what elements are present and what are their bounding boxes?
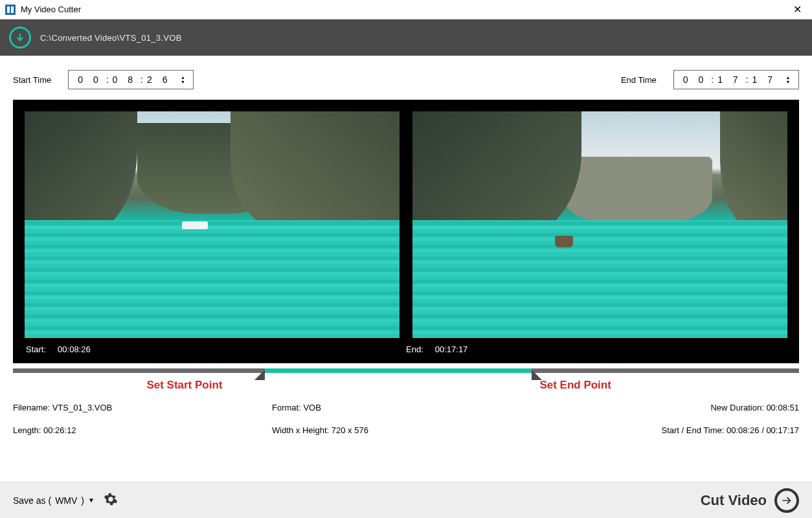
start-handle[interactable] [254, 370, 265, 380]
end-ss: 1 7 [752, 74, 776, 85]
end-time-group: End Time 0 0: 1 7: 1 7 ▲▼ [621, 70, 799, 89]
svg-rect-1 [7, 6, 10, 13]
svg-rect-0 [5, 5, 16, 15]
width-height-info: Width x Height: 720 x 576 [272, 425, 531, 435]
end-mm: 1 7 [717, 74, 741, 85]
timeline-slider[interactable]: Set Start Point Set End Point [13, 367, 799, 385]
format-info: Format: VOB [272, 403, 531, 412]
start-mm: 0 8 [113, 74, 137, 85]
length-info: Length: 00:26:12 [13, 425, 272, 435]
app-icon [5, 5, 16, 15]
start-ss: 2 6 [147, 74, 171, 85]
filename-info: Filename: VTS_01_3.VOB [13, 403, 272, 412]
start-time-label: Start Time [13, 75, 51, 85]
end-preview-value: 00:17:17 [435, 344, 468, 354]
start-time-spinner[interactable]: ▲▼ [180, 75, 189, 84]
settings-button[interactable] [104, 492, 118, 508]
new-duration-info: New Duration: 00:08:51 [531, 403, 799, 412]
close-icon[interactable]: ✕ [788, 3, 807, 16]
cut-video-button[interactable]: Cut Video [701, 488, 799, 513]
window-title: My Video Cutter [21, 5, 788, 14]
start-end-time-info: Start / End Time: 00:08:26 / 00:17:17 [531, 425, 799, 435]
download-icon[interactable] [9, 27, 31, 49]
start-frame-preview [25, 111, 400, 338]
saveas-format: WMV [55, 495, 77, 506]
cut-video-label: Cut Video [701, 492, 767, 509]
time-row: Start Time 0 0: 0 8: 2 6 ▲▼ End Time 0 0… [0, 56, 812, 100]
end-hint: Set End Point [539, 379, 611, 392]
saveas-suffix: ) [81, 495, 84, 506]
arrow-right-circle-icon [774, 488, 799, 513]
file-header: C:\Converted Video\VTS_01_3.VOB [0, 19, 812, 56]
svg-rect-2 [11, 6, 14, 13]
start-time-input[interactable]: 0 0: 0 8: 2 6 ▲▼ [68, 70, 194, 89]
start-hint: Set Start Point [146, 379, 222, 392]
save-as-dropdown[interactable]: Save as (WMV) ▼ [13, 495, 95, 506]
timeline-selection [264, 368, 532, 373]
end-frame-preview [412, 111, 787, 338]
start-preview-label-row: Start: 00:08:26 [26, 344, 406, 354]
start-time-group: Start Time 0 0: 0 8: 2 6 ▲▼ [13, 70, 194, 89]
file-path: C:\Converted Video\VTS_01_3.VOB [40, 33, 182, 43]
end-hh: 0 0 [683, 74, 707, 85]
start-preview-value: 00:08:26 [58, 344, 91, 354]
chevron-down-icon: ▼ [88, 497, 95, 504]
titlebar: My Video Cutter ✕ [0, 0, 812, 19]
preview-area: Start: 00:08:26 End: 00:17:17 [13, 100, 799, 363]
info-section: Filename: VTS_01_3.VOB Format: VOB New D… [13, 400, 799, 438]
saveas-prefix: Save as ( [13, 495, 51, 506]
gear-icon [104, 492, 118, 506]
end-preview-label-row: End: 00:17:17 [406, 344, 786, 354]
footer-bar: Save as (WMV) ▼ Cut Video [0, 482, 812, 518]
start-preview-label: Start: [26, 344, 46, 354]
start-hh: 0 0 [78, 74, 102, 85]
end-time-input[interactable]: 0 0: 1 7: 1 7 ▲▼ [673, 70, 799, 89]
end-preview-label: End: [406, 344, 423, 354]
end-time-label: End Time [621, 75, 657, 85]
end-time-spinner[interactable]: ▲▼ [785, 75, 795, 84]
